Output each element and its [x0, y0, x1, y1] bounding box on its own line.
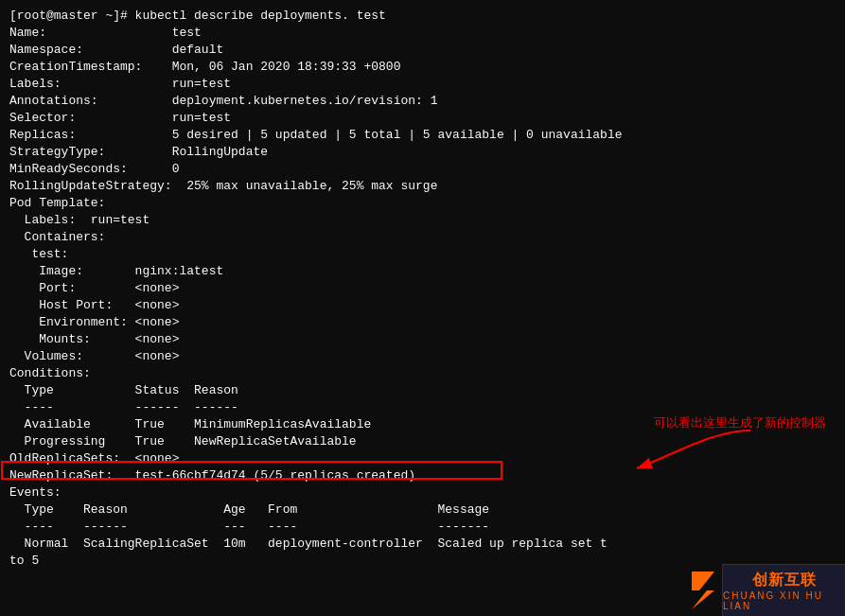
labels-line: Labels: run=test: [9, 76, 836, 93]
logo-pinyin: CHUANG XIN HU LIAN: [723, 590, 845, 611]
namespace-line: Namespace: default: [9, 42, 836, 59]
replicas-line: Replicas: 5 desired | 5 updated | 5 tota…: [9, 127, 836, 144]
podlabels-line: Labels: run=test: [9, 212, 836, 229]
events-header-line: Events:: [9, 484, 836, 502]
events-normal-line: Normal ScalingReplicaSet 10m deployment-…: [9, 536, 836, 553]
events-col-line: Type Reason Age From Message: [9, 502, 836, 519]
annotations-line: Annotations: deployment.kubernetes.io/re…: [9, 93, 836, 110]
conditions-line: Conditions:: [9, 365, 836, 382]
strategy-line: StrategyType: RollingUpdate: [9, 144, 836, 161]
image-line: Image: nginx:latest: [9, 263, 836, 280]
events-dash-line: ---- ------ --- ---- -------: [9, 519, 836, 536]
testcontainer-line: test:: [9, 246, 836, 263]
minready-line: MinReadySeconds: 0: [9, 161, 836, 178]
terminal-window: [root@master ~]# kubectl describe deploy…: [0, 0, 845, 616]
events-cont-line: to 5: [9, 553, 836, 570]
hostport-line: Host Port: <none>: [9, 297, 836, 314]
name-line: Name: test: [9, 25, 836, 42]
logo-icon: [689, 569, 717, 611]
cond-header-line: Type Status Reason: [9, 382, 836, 399]
mounts-line: Mounts: <none>: [9, 331, 836, 348]
company-logo: 创新互联 CHUANG XIN HU LIAN: [722, 564, 845, 616]
volumes-line: Volumes: <none>: [9, 348, 836, 365]
selector-line: Selector: run=test: [9, 110, 836, 127]
podtemplate-line: Pod Template:: [9, 195, 836, 212]
logo-chinese: 创新互联: [752, 571, 817, 590]
creation-line: CreationTimestamp: Mon, 06 Jan 2020 18:3…: [9, 59, 836, 76]
cmd-line: [root@master ~]# kubectl describe deploy…: [9, 8, 836, 25]
rollingstrategy-line: RollingUpdateStrategy: 25% max unavailab…: [9, 178, 836, 195]
annotation-arrow: [599, 426, 788, 478]
port-line: Port: <none>: [9, 280, 836, 297]
environment-line: Environment: <none>: [9, 314, 836, 331]
svg-marker-1: [692, 572, 714, 609]
containers-line: Containers:: [9, 229, 836, 246]
